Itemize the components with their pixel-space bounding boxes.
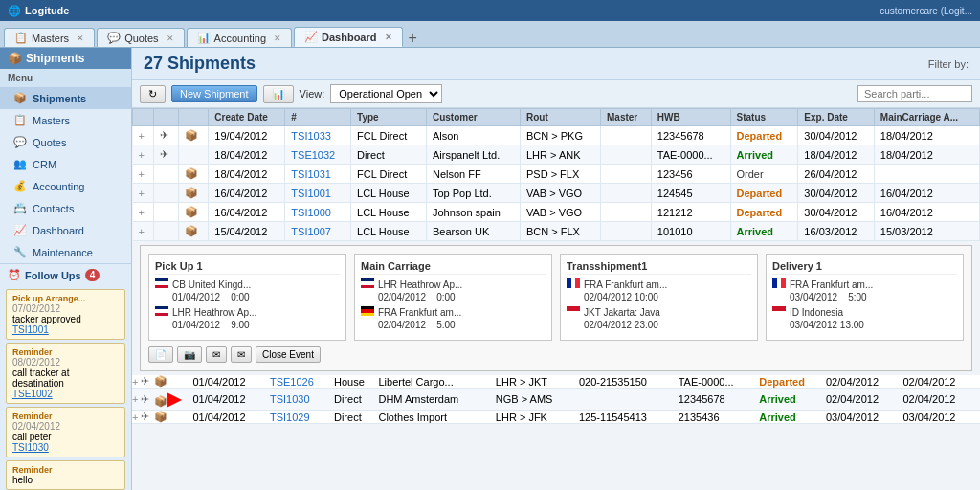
row-num[interactable]: TSI1029 — [270, 411, 334, 424]
detail-email2-button[interactable]: ✉ — [231, 346, 252, 363]
tab-accounting-close[interactable]: ✕ — [274, 33, 281, 43]
main-carriage-title: Main Carriage — [361, 260, 546, 275]
row-main-carriage: 15/03/2012 — [874, 222, 979, 241]
follow-up-link[interactable]: TSI1030 — [12, 442, 119, 453]
follow-up-link[interactable]: TSE1002 — [12, 389, 119, 399]
sidebar-item-quotes[interactable]: 💬 Quotes — [0, 131, 131, 153]
add-tab-button[interactable]: + — [405, 30, 421, 47]
dashboard-nav-icon: 📈 — [13, 224, 27, 236]
refresh-button[interactable]: ↻ — [140, 85, 166, 103]
follow-up-item-3[interactable]: Reminder hello — [6, 460, 125, 490]
sidebar-item-masters[interactable]: 📋 Masters — [0, 109, 131, 131]
row-exp-date: 30/04/2012 — [798, 184, 874, 203]
row-customer: DHM Amsterdam — [378, 389, 495, 411]
new-shipment-button[interactable]: New Shipment — [171, 85, 257, 102]
row-num[interactable]: TSE1026 — [270, 375, 334, 389]
table-row: + ✈ 📦 01/04/2012 TSI1029 Direct Clothes … — [132, 411, 980, 424]
row-rout: LHR > JFK — [496, 411, 579, 424]
filter-by-label: Filter by: — [928, 58, 969, 70]
view-select[interactable]: Operational Open — [330, 84, 442, 103]
row-icon1: ✈ — [141, 411, 153, 424]
tab-masters-close[interactable]: ✕ — [77, 33, 84, 43]
row-type: Direct — [334, 389, 378, 411]
row-rout: VAB > VGO — [520, 203, 600, 222]
row-num[interactable]: TSI1033 — [285, 126, 351, 145]
col-master[interactable]: Master — [600, 109, 651, 126]
tab-dashboard-close[interactable]: ✕ — [385, 33, 392, 42]
col-customer[interactable]: Customer — [426, 109, 520, 126]
tab-quotes[interactable]: 💬 Quotes ✕ — [97, 28, 184, 47]
row-status: Departed — [759, 375, 826, 389]
row-rout: PSD > FLX — [520, 165, 600, 184]
app-title: 🌐 Logitude — [8, 5, 69, 17]
follow-up-link[interactable]: TSI1001 — [12, 324, 119, 335]
row-expand[interactable]: + — [132, 375, 141, 389]
row-expand[interactable]: + — [133, 203, 154, 222]
detail-panel: Pick Up 1 CB United Kingd...01/04/2012 0… — [140, 245, 972, 371]
sidebar-item-dashboard[interactable]: 📈 Dashboard — [0, 219, 131, 241]
row-num[interactable]: TSE1032 — [285, 145, 351, 165]
close-event-button[interactable]: Close Event — [256, 346, 321, 363]
sidebar-item-maintenance[interactable]: 🔧 Maintenance — [0, 241, 131, 263]
col-status[interactable]: Status — [730, 109, 798, 126]
row-num[interactable]: TSI1031 — [285, 165, 351, 184]
row-num[interactable]: TSI1000 — [285, 203, 351, 222]
export-button[interactable]: 📊 — [263, 85, 294, 103]
flag-uk — [155, 278, 168, 288]
follow-ups-header[interactable]: ⏰ Follow Ups 4 — [0, 263, 131, 286]
row-customer: Libertel Cargo... — [378, 375, 495, 389]
follow-up-item-2[interactable]: Reminder 02/04/2012 call peter TSI1030 — [6, 407, 125, 457]
row-expand[interactable]: + — [133, 222, 154, 241]
detail-photo-button[interactable]: 📷 — [177, 346, 202, 363]
row-num[interactable]: TSI1030 — [270, 389, 334, 411]
row-expand[interactable]: + — [132, 411, 141, 424]
table-header-row: Create Date # Type Customer Rout Master … — [133, 109, 980, 126]
row-expand[interactable]: + — [133, 165, 154, 184]
delivery-section: Delivery 1 FRA Frankfurt am...03/04/2012… — [766, 254, 964, 341]
search-input[interactable] — [858, 85, 972, 102]
tab-masters[interactable]: 📋 Masters ✕ — [4, 28, 95, 47]
follow-up-item-0[interactable]: Pick up Arrange... 07/02/2012 tacker app… — [6, 289, 125, 340]
table-row: + ✈ 📦▶ 01/04/2012 TSI1030 Direct DHM Ams… — [132, 389, 980, 411]
col-create-date[interactable]: Create Date — [209, 109, 285, 126]
row-master — [600, 165, 651, 184]
row-create-date: 01/04/2012 — [192, 411, 269, 424]
row-expand[interactable]: + — [133, 126, 154, 145]
row-status: Departed — [730, 184, 798, 203]
row-main-carriage — [874, 165, 979, 184]
row-hwb: 12345678 — [651, 126, 730, 145]
row-icon1: ✈ — [141, 375, 153, 389]
row-num[interactable]: TSI1007 — [285, 222, 351, 241]
row-create-date: 15/04/2012 — [209, 222, 285, 241]
col-num[interactable]: # — [285, 109, 351, 126]
pickup-section: Pick Up 1 CB United Kingd...01/04/2012 0… — [148, 254, 346, 341]
row-expand[interactable]: + — [133, 184, 154, 203]
follow-up-item-1[interactable]: Reminder 08/02/2012 call tracker at desa… — [6, 343, 125, 404]
detail-doc-button[interactable]: 📄 — [148, 346, 173, 363]
sidebar-item-contacts[interactable]: 📇 Contacts — [0, 197, 131, 219]
col-exp-date[interactable]: Exp. Date — [798, 109, 874, 126]
tab-quotes-close[interactable]: ✕ — [167, 33, 174, 43]
row-icon1 — [154, 165, 179, 184]
detail-email-button[interactable]: ✉ — [206, 346, 227, 363]
col-rout[interactable]: Rout — [520, 109, 600, 126]
sidebar-item-accounting[interactable]: 💰 Accounting — [0, 175, 131, 197]
row-master — [600, 126, 651, 145]
col-main-carriage[interactable]: MainCarriage A... — [874, 109, 979, 126]
sidebar-item-crm[interactable]: 👥 CRM — [0, 153, 131, 175]
menu-label: Menu — [0, 69, 131, 87]
table-row: + 📦 16/04/2012 TSI1000 LCL House Johnson… — [133, 203, 980, 222]
sidebar-item-shipments[interactable]: 📦 Shipments — [0, 87, 131, 109]
row-expand[interactable]: + — [132, 389, 141, 411]
row-icon1 — [154, 203, 179, 222]
col-type[interactable]: Type — [351, 109, 427, 126]
tab-dashboard[interactable]: 📈 Dashboard ✕ — [294, 27, 402, 47]
col-hwb[interactable]: HWB — [651, 109, 730, 126]
row-icon1 — [154, 184, 179, 203]
sidebar-item-label: Quotes — [33, 137, 66, 148]
quotes-nav-icon: 💬 — [13, 136, 27, 148]
row-num[interactable]: TSI1001 — [285, 184, 351, 203]
ts-row-0: FRA Frankfurt am...02/04/2012 10:00 — [567, 278, 751, 303]
tab-accounting[interactable]: 📊 Accounting ✕ — [187, 28, 292, 47]
row-expand[interactable]: + — [133, 145, 154, 165]
